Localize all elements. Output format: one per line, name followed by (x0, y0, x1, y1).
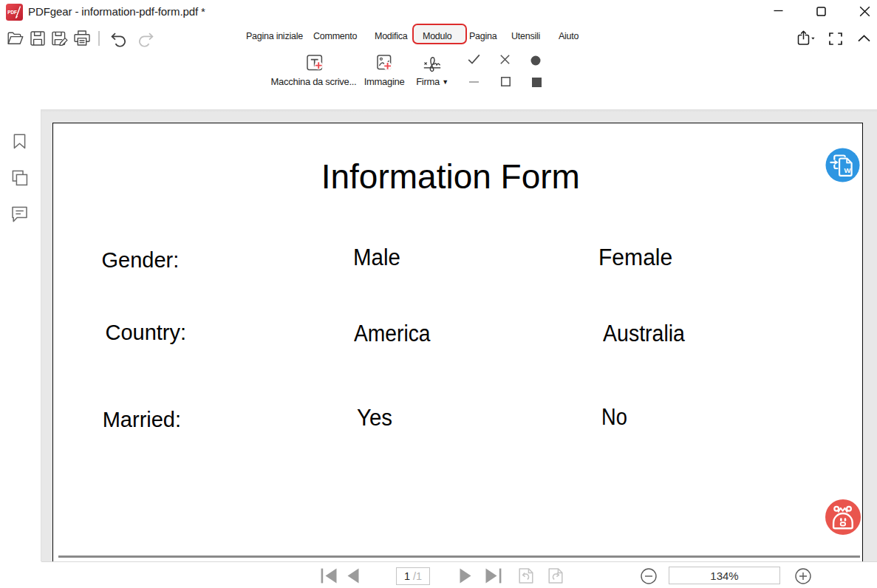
svg-text:PDF: PDF (7, 10, 17, 15)
svg-text:W: W (844, 166, 851, 174)
